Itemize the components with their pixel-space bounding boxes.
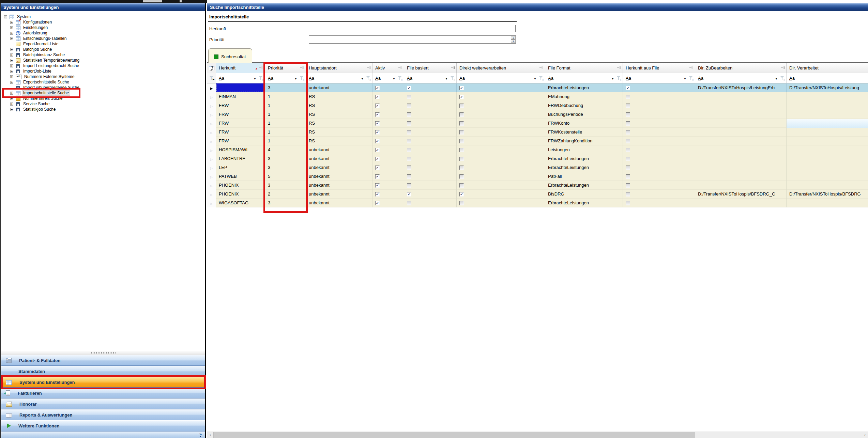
table-row[interactable]: FRW1RSFRWKostenstelle	[207, 128, 868, 137]
tree-item-nummern-externe-systeme[interactable]: +ablNummern Externe Systeme	[1, 74, 205, 79]
cell-herkunft[interactable]: HOSPISMAWI	[216, 145, 265, 154]
cell-direkt[interactable]	[457, 137, 545, 145]
horizontal-scrollbar[interactable]	[207, 432, 868, 438]
filter-funnel-icon[interactable]	[450, 76, 455, 80]
checkbox-checked[interactable]	[375, 112, 380, 117]
cell-dir_verarbeitet[interactable]	[787, 199, 868, 207]
row-indicator-cell[interactable]	[207, 172, 216, 181]
grid-column-header-aktiv[interactable]: Aktiv	[372, 63, 404, 73]
tree-expander-icon[interactable]: +	[10, 26, 13, 29]
cell-direkt[interactable]	[457, 83, 545, 92]
pin-icon[interactable]	[617, 66, 621, 69]
cell-file_format[interactable]: FRWDebbuchung	[545, 101, 623, 110]
cell-prioritaet[interactable]: 3	[265, 163, 306, 172]
cell-herkunft[interactable]	[216, 83, 265, 92]
row-indicator-cell[interactable]	[207, 199, 216, 207]
collapse-arrow-icon[interactable]: ▾	[200, 435, 201, 438]
checkbox-checked[interactable]	[375, 166, 380, 170]
cell-direkt[interactable]	[457, 190, 545, 199]
tree-expander-icon[interactable]: +	[10, 59, 13, 62]
cell-dir_verarbeitet[interactable]	[787, 128, 868, 137]
cell-dir_zubearbeiten[interactable]	[695, 92, 787, 101]
checkbox-unchecked[interactable]	[459, 104, 464, 108]
checkbox-unchecked[interactable]	[407, 95, 411, 99]
cell-direkt[interactable]	[457, 101, 545, 110]
cell-aktiv[interactable]	[372, 119, 404, 128]
tree-expander-icon[interactable]: +	[10, 70, 13, 73]
cell-dir_zubearbeiten[interactable]	[695, 163, 787, 172]
filter-dropdown-icon[interactable]	[294, 76, 297, 81]
grid-column-header-dir-zubearbeiten[interactable]: Dir. ZuBearbeiten	[695, 63, 787, 73]
table-row[interactable]: 3unbekanntErbrachteLeistungenD:/Transfer…	[207, 83, 868, 92]
checkbox-unchecked[interactable]	[407, 112, 411, 117]
tree-item-batchjobinstanz-suche[interactable]: +Batchjobinstanz Suche	[1, 52, 205, 58]
row-indicator-cell[interactable]	[207, 83, 216, 92]
cell-file_basiert[interactable]	[404, 145, 457, 154]
table-row[interactable]: HOSPISMAWI4unbekanntLeistungen	[207, 145, 868, 154]
cell-hauptstandort[interactable]: unbekannt	[306, 181, 372, 190]
cell-dir_zubearbeiten[interactable]	[695, 119, 787, 128]
row-indicator-cell[interactable]	[207, 128, 216, 137]
cell-file_format[interactable]: PatFall	[545, 172, 623, 181]
scroll-left-arrow-icon[interactable]	[207, 432, 213, 438]
cell-file_basiert[interactable]	[404, 199, 457, 207]
filter-operator-label[interactable]: Aa	[375, 76, 393, 81]
cell-hauptstandort[interactable]: RS	[306, 119, 372, 128]
tree-expander-icon[interactable]: +	[10, 37, 13, 40]
filter-operator-label[interactable]: Aa	[407, 76, 445, 81]
checkbox-unchecked[interactable]	[407, 104, 411, 108]
cell-dir_verarbeitet[interactable]: D:/Transfer/NXISToHospis/BFSDRG	[787, 190, 868, 199]
cell-dir_verarbeitet[interactable]	[787, 119, 868, 128]
scroll-right-arrow-icon[interactable]	[862, 432, 868, 438]
cell-aktiv[interactable]	[372, 199, 404, 207]
cell-direkt[interactable]	[457, 172, 545, 181]
cell-dir_zubearbeiten[interactable]	[695, 137, 787, 145]
cell-aktiv[interactable]	[372, 128, 404, 137]
cell-aktiv[interactable]	[372, 92, 404, 101]
tree-item-einstellungen[interactable]: +Einstellungen	[1, 25, 205, 30]
cell-prioritaet[interactable]: 1	[265, 110, 306, 119]
cell-herkunft[interactable]: FRW	[216, 101, 265, 110]
filter-dropdown-icon[interactable]	[393, 76, 395, 81]
cell-file_basiert[interactable]	[404, 172, 457, 181]
cell-file_basiert[interactable]	[404, 163, 457, 172]
cell-herkunft[interactable]: PHOENIX	[216, 181, 265, 190]
cell-file_basiert[interactable]	[404, 190, 457, 199]
checkbox-checked[interactable]	[375, 139, 380, 143]
cell-aktiv[interactable]	[372, 110, 404, 119]
cell-hauptstandort[interactable]: RS	[306, 101, 372, 110]
filter-funnel-icon[interactable]	[689, 76, 694, 80]
tree-item-import-leistungerbracht-suche[interactable]: +Import Leistungerbracht Suche	[1, 63, 205, 68]
cell-prioritaet[interactable]: 1	[265, 137, 306, 145]
cell-herkunft_aus_file[interactable]	[623, 110, 695, 119]
filter-cell-file-basiert[interactable]: Aa	[404, 73, 457, 83]
table-row[interactable]: LEP3unbekanntErbrachteLeistungen	[207, 163, 868, 172]
cell-prioritaet[interactable]: 3	[265, 154, 306, 163]
table-row[interactable]: FINMAN1RSEMahnung	[207, 92, 868, 101]
pin-icon[interactable]	[300, 66, 304, 69]
pin-icon[interactable]	[451, 66, 455, 69]
tree-expander-icon[interactable]: +	[10, 97, 13, 100]
cell-aktiv[interactable]	[372, 137, 404, 145]
cell-hauptstandort[interactable]: RS	[306, 137, 372, 145]
cell-file_format[interactable]: ErbrachteLeistungen	[545, 199, 623, 207]
checkbox-unchecked[interactable]	[626, 183, 630, 188]
checkbox-checked[interactable]	[375, 174, 380, 179]
cell-file_basiert[interactable]	[404, 83, 457, 92]
cell-herkunft[interactable]: FRW	[216, 110, 265, 119]
checkbox-unchecked[interactable]	[459, 130, 464, 135]
filter-cell-file-format[interactable]: Aa	[545, 73, 623, 83]
checkbox-unchecked[interactable]	[407, 157, 411, 161]
row-indicator-cell[interactable]	[207, 145, 216, 154]
tree-item-system[interactable]: −System	[1, 14, 205, 19]
checkbox-unchecked[interactable]	[407, 174, 411, 179]
filter-operator-label[interactable]: Aa	[626, 76, 684, 81]
cell-dir_verarbeitet[interactable]	[787, 181, 868, 190]
cell-aktiv[interactable]	[372, 163, 404, 172]
cell-dir_zubearbeiten[interactable]	[695, 110, 787, 119]
checkbox-unchecked[interactable]	[626, 166, 630, 170]
filter-dropdown-icon[interactable]	[611, 76, 614, 81]
filter-cell-dir-zubearbeiten[interactable]: Aa	[695, 73, 787, 83]
tree-item-importjob-liste[interactable]: +ImportJob-Liste	[1, 68, 205, 74]
cell-herkunft_aus_file[interactable]	[623, 154, 695, 163]
